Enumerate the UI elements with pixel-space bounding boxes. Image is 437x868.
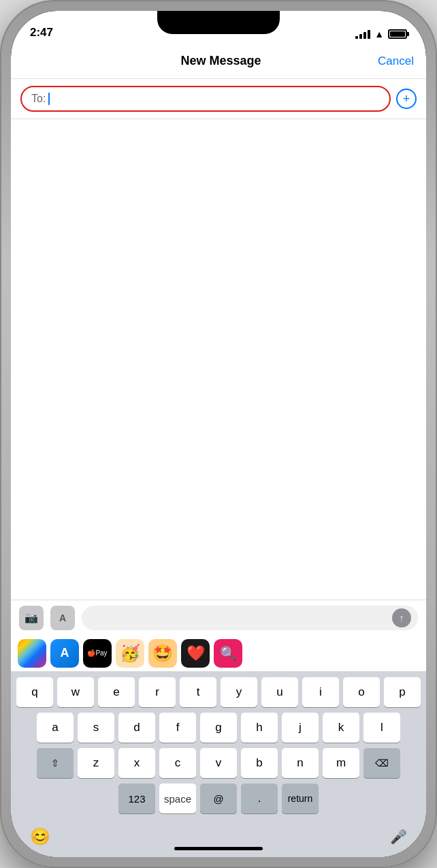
key-b[interactable]: b [241, 748, 278, 778]
message-area[interactable] [11, 119, 426, 600]
key-a[interactable]: a [37, 713, 74, 743]
key-h[interactable]: h [241, 713, 278, 743]
appstore-app-icon[interactable]: A [50, 639, 79, 668]
key-y[interactable]: y [221, 677, 257, 707]
search-app-icon[interactable]: 🔍 [214, 639, 242, 668]
heart-icon: ❤️ [187, 645, 205, 662]
appstore-icon: A [59, 613, 66, 623]
key-n[interactable]: n [282, 748, 319, 778]
shift-key[interactable]: ⇧ [37, 748, 74, 778]
battery-icon [388, 29, 407, 39]
memoji1-icon: 🥳 [120, 644, 140, 663]
camera-button[interactable]: 📷 [19, 606, 44, 630]
key-c[interactable]: c [159, 748, 196, 778]
keyboard: q w e r t y u i o p a s d f g [11, 672, 426, 822]
space-key[interactable]: space [159, 784, 196, 813]
photos-app-icon[interactable] [18, 639, 46, 668]
to-label: To: [31, 93, 46, 105]
phone-inner: 2:47 ▲ New Message [11, 11, 426, 857]
mic-button[interactable]: 🎤 [390, 828, 407, 845]
appstore-a-icon: A [61, 646, 69, 660]
key-x[interactable]: x [118, 748, 155, 778]
plus-icon: + [403, 92, 410, 106]
keyboard-row-2: a s d f g h j k l [14, 713, 423, 743]
apps-bar: 📷 A ↑ [11, 600, 426, 635]
bottom-bar: 😊 🎤 [11, 822, 426, 857]
numbers-key[interactable]: 123 [118, 784, 155, 813]
search-icon: 🔍 [220, 645, 237, 662]
wifi-icon: ▲ [374, 29, 384, 40]
period-key[interactable]: . [241, 784, 278, 813]
key-t[interactable]: t [180, 677, 216, 707]
to-row: To: + [11, 79, 426, 119]
memoji2-app-icon[interactable]: 🤩 [148, 639, 177, 668]
key-e[interactable]: e [98, 677, 135, 707]
nav-title: New Message [64, 54, 378, 68]
emoji-button[interactable]: 😊 [30, 827, 50, 846]
delete-key[interactable]: ⌫ [363, 748, 400, 778]
text-cursor [48, 93, 50, 105]
battery-fill [390, 31, 405, 37]
add-contact-button[interactable]: + [396, 89, 417, 109]
signal-bar-2 [359, 34, 362, 39]
to-input-field[interactable]: To: [20, 86, 391, 112]
key-i[interactable]: i [302, 677, 339, 707]
signal-bars [355, 30, 370, 39]
signal-bar-4 [368, 30, 370, 39]
phone-frame: 2:47 ▲ New Message [0, 0, 437, 868]
return-key[interactable]: return [282, 784, 319, 813]
screen: 2:47 ▲ New Message [11, 11, 426, 857]
key-z[interactable]: z [78, 748, 114, 778]
message-input[interactable]: ↑ [82, 606, 418, 630]
key-q[interactable]: q [16, 677, 53, 707]
key-m[interactable]: m [323, 748, 359, 778]
key-d[interactable]: d [118, 713, 155, 743]
home-indicator[interactable] [174, 847, 263, 850]
app-suggestions-row: A 🍎Pay 🥳 🤩 ❤️ 🔍 [11, 635, 426, 672]
appstore-button[interactable]: A [50, 606, 75, 630]
status-time: 2:47 [30, 26, 53, 40]
key-j[interactable]: j [282, 713, 319, 743]
key-f[interactable]: f [159, 713, 196, 743]
key-s[interactable]: s [78, 713, 114, 743]
key-u[interactable]: u [261, 677, 298, 707]
nav-bar: New Message Cancel [11, 44, 426, 79]
at-key[interactable]: @ [200, 784, 237, 813]
cancel-button[interactable]: Cancel [378, 55, 414, 68]
camera-icon: 📷 [25, 611, 38, 624]
key-w[interactable]: w [57, 677, 94, 707]
key-g[interactable]: g [200, 713, 237, 743]
applepay-text: 🍎Pay [87, 649, 107, 657]
keyboard-row-3: ⇧ z x c v b n m ⌫ [14, 748, 423, 778]
key-p[interactable]: p [384, 677, 421, 707]
status-icons: ▲ [355, 29, 407, 40]
keyboard-row-1: q w e r t y u i o p [14, 677, 423, 707]
key-v[interactable]: v [200, 748, 237, 778]
send-button[interactable]: ↑ [392, 608, 411, 627]
signal-bar-1 [355, 36, 358, 39]
signal-bar-3 [363, 32, 366, 39]
memoji1-app-icon[interactable]: 🥳 [116, 639, 144, 668]
memoji2-icon: 🤩 [152, 644, 173, 663]
notch [157, 11, 280, 34]
key-r[interactable]: r [139, 677, 176, 707]
key-o[interactable]: o [343, 677, 380, 707]
heart-app-icon[interactable]: ❤️ [181, 639, 210, 668]
key-l[interactable]: l [363, 713, 400, 743]
send-arrow-icon: ↑ [400, 613, 404, 623]
keyboard-row-4: 123 space @ . return [14, 784, 423, 813]
key-k[interactable]: k [323, 713, 359, 743]
applepay-app-icon[interactable]: 🍎Pay [83, 639, 112, 668]
